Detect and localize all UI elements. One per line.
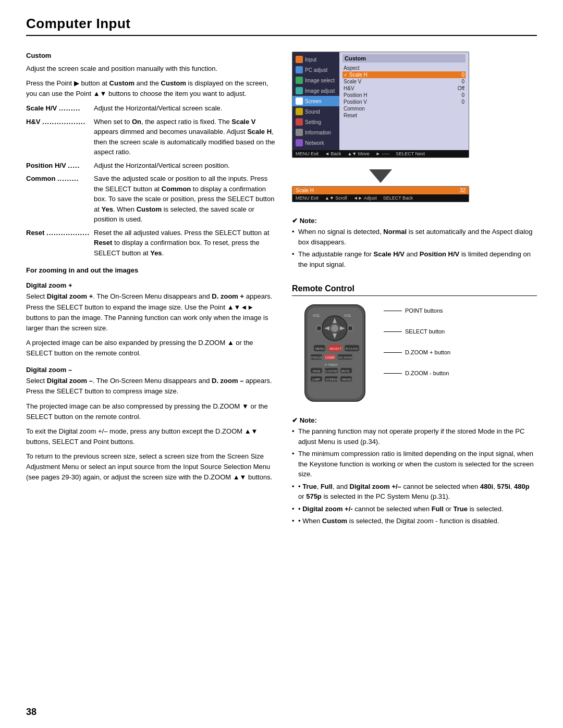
menu-panel: Custom Aspect ✓ Scale H0 Scale V0 H&VOff… xyxy=(339,52,469,150)
note-2-heading: Note: xyxy=(292,416,537,424)
svg-text:SELECT: SELECT xyxy=(329,347,342,350)
remote-section: Remote Control VOL VOL xyxy=(292,284,537,526)
dzoom-plus-label: D.ZOOM + button xyxy=(405,349,450,355)
svg-text:P-TIMER: P-TIMER xyxy=(325,363,338,366)
intro-para-2: Press the Point ▶ button at Custom and t… xyxy=(26,78,276,99)
menu-sidebar: Input PC adjust Image select xyxy=(292,52,339,150)
page: Computer Input Custom Adjust the screen … xyxy=(0,0,563,728)
page-header: Computer Input xyxy=(26,16,537,36)
svg-point-11 xyxy=(316,326,322,331)
label-line-select xyxy=(384,331,402,332)
remote-area: VOL VOL xyxy=(292,302,537,408)
sidebar-network: Network xyxy=(292,138,339,148)
scale-bar-bottom: MENU Exit ▲▼ Scroll ◄► Adjust SELECT Bac… xyxy=(292,194,469,202)
term-position-hv: Position H/V ..... xyxy=(26,161,94,171)
digital-zoom-minus-para-2: The projected image can be also compress… xyxy=(26,401,276,422)
panel-common: Common xyxy=(342,105,466,112)
desc-common: Save the adjusted scale or position to a… xyxy=(94,174,276,225)
def-hv: H&V .................. When set to On, t… xyxy=(26,117,276,157)
right-column: Input PC adjust Image select xyxy=(292,52,537,534)
term-hv: H&V .................. xyxy=(26,117,94,157)
note-1-list: When no signal is detected, Normal is se… xyxy=(292,227,537,269)
image-select-icon xyxy=(296,77,303,84)
note-2-item-3: • True, Full, and Digital zoom +/– canno… xyxy=(292,482,537,502)
def-position-hv: Position H/V ..... Adjust the Horizontal… xyxy=(26,161,276,171)
panel-reset: Reset xyxy=(342,112,466,119)
scale-bar-title: Scale H 32 xyxy=(292,187,469,194)
sidebar-image-adjust: Image adjust xyxy=(292,85,339,96)
page-title: Computer Input xyxy=(26,16,537,32)
screen-icon xyxy=(296,97,303,105)
svg-point-10 xyxy=(331,325,338,332)
note-1-heading: Note: xyxy=(292,217,537,225)
desc-scale-hv: Adjust the Horizontal/Vertical screen sc… xyxy=(94,103,276,114)
def-scale-hv: Scale H/V ......... Adjust the Horizonta… xyxy=(26,103,276,114)
note-2-item-2: The minimum compression ratio is limited… xyxy=(292,449,537,479)
note-2-item-1: The panning function may not operate pro… xyxy=(292,426,537,447)
information-icon xyxy=(296,129,303,136)
setting-icon xyxy=(296,118,303,126)
digital-zoom-plus-para-2: A projected image can be also expanded b… xyxy=(26,338,276,359)
note-2-list: The panning function may not operate pro… xyxy=(292,426,537,526)
desc-hv: When set to On, the aspect ratio is fixe… xyxy=(94,117,276,157)
panel-scale-h: ✓ Scale H0 xyxy=(342,71,466,78)
desc-position-hv: Adjust the Horizontal/Vertical screen po… xyxy=(94,161,276,171)
zoom-heading: For zooming in and out the images xyxy=(26,266,276,274)
digital-zoom-plus-heading: Digital zoom + xyxy=(26,281,276,289)
svg-text:MENU: MENU xyxy=(315,347,325,350)
pc-adjust-icon xyxy=(296,66,303,73)
def-reset: Reset .................. Reset the all a… xyxy=(26,228,276,258)
select-button-label: SELECT button xyxy=(405,328,445,335)
panel-title: Custom xyxy=(342,54,466,63)
note-1-item-2: The adjustable range for Scale H/V and P… xyxy=(292,249,537,269)
label-line-dzoom-minus xyxy=(384,373,402,374)
svg-text:LAMP: LAMP xyxy=(312,378,320,381)
sidebar-sound: Sound xyxy=(292,106,339,117)
image-adjust-icon xyxy=(296,87,303,94)
menu-inner: Input PC adjust Image select xyxy=(292,52,469,150)
desc-reset: Reset the all adjusted values. Press the… xyxy=(94,228,276,258)
def-common: Common ......... Save the adjusted scale… xyxy=(26,174,276,225)
sidebar-setting: Setting xyxy=(292,117,339,127)
svg-text:R-CLICK: R-CLICK xyxy=(346,347,358,350)
intro-para-1: Adjust the screen scale and position man… xyxy=(26,64,276,74)
remote-heading: Remote Control xyxy=(292,284,537,296)
digital-zoom-minus-para-3: To exit the Digital zoom +/– mode, press… xyxy=(26,426,276,447)
digital-zoom-minus-para-4: To return to the previous screen size, s… xyxy=(26,451,276,483)
input-icon xyxy=(296,56,303,63)
svg-text:LASER: LASER xyxy=(325,356,335,359)
sound-icon xyxy=(296,108,303,115)
note-2-item-5: • When Custom is selected, the Digital z… xyxy=(292,516,537,526)
sidebar-input: Input xyxy=(292,54,339,65)
panel-position-v: Position V0 xyxy=(342,98,466,105)
menu-wrapper: Input PC adjust Image select xyxy=(292,52,537,279)
svg-text:D.ZOOM: D.ZOOM xyxy=(325,369,337,373)
remote-callout-area: POINT buttons SELECT button D.ZOOM + but… xyxy=(384,302,537,376)
remote-label-dzoom-minus: D.ZOOM - button xyxy=(384,370,537,376)
menu-bottom-bar: MENU Exit ◄ Back ▲▼ Move ► ----- SELECT … xyxy=(292,150,469,157)
note-1-item-1: When no signal is detected, Normal is se… xyxy=(292,227,537,247)
remote-label-point: POINT buttons xyxy=(384,307,537,314)
digital-zoom-plus-para-1: Select Digital zoom +. The On-Screen Men… xyxy=(26,291,276,334)
remote-svg: VOL VOL xyxy=(292,302,378,406)
panel-hv: H&VOff xyxy=(342,85,466,92)
remote-labels-list: POINT buttons SELECT button D.ZOOM + but… xyxy=(384,302,537,376)
left-column: Custom Adjust the screen scale and posit… xyxy=(26,52,276,534)
panel-aspect: Aspect xyxy=(342,65,466,71)
note-box-1: Note: When no signal is detected, Normal… xyxy=(292,217,537,272)
svg-text:MUTE: MUTE xyxy=(341,369,350,373)
scale-bar-container: Scale H 32 MENU Exit ▲▼ Scroll ◄► Adjust… xyxy=(292,186,469,202)
remote-label-select: SELECT button xyxy=(384,328,537,335)
panel-scale-v: Scale V0 xyxy=(342,78,466,85)
term-common: Common ......... xyxy=(26,174,94,225)
label-line-dzoom-plus xyxy=(384,352,402,353)
content-area: Custom Adjust the screen scale and posit… xyxy=(26,52,537,534)
digital-zoom-minus-para-1: Select Digital zoom –. The On-Screen Men… xyxy=(26,376,276,397)
remote-label-dzoom-plus: D.ZOOM + button xyxy=(384,349,537,355)
remote-image: VOL VOL xyxy=(292,302,375,408)
page-number: 38 xyxy=(26,707,36,718)
sidebar-image-select: Image select xyxy=(292,75,339,85)
panel-position-h: Position H0 xyxy=(342,92,466,98)
definition-list: Scale H/V ......... Adjust the Horizonta… xyxy=(26,103,276,258)
sidebar-pc-adjust: PC adjust xyxy=(292,65,339,75)
